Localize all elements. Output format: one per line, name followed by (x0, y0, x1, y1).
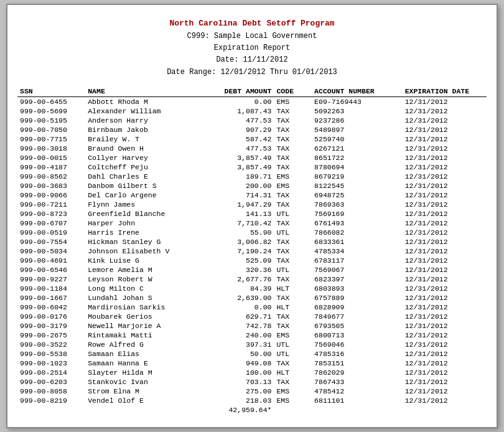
table-header-row: SSN NAME DEBT AMOUNT CODE ACCOUNT NUMBER… (17, 86, 487, 97)
col-header-name: NAME (85, 86, 206, 97)
table-row: 999-00-8562Dahl Charles E189.71EMS867921… (17, 172, 487, 181)
report-header: North Carolina Debt Setoff Program C999:… (17, 17, 487, 78)
table-row: 999-00-6203Stankovic Ivan703.13TAX786743… (17, 377, 487, 387)
table-row: 999-00-2675Rintamaki Matti240.00EMS68007… (17, 331, 487, 340)
table-row: 999-00-1184Long Milton C84.39HLT68038931… (17, 284, 487, 293)
report-date: Date: 11/11/2012 (17, 54, 487, 66)
col-header-code: CODE (274, 86, 312, 97)
table-body: 999-00-6455Abbott Rhoda M0.00EMSE09-7169… (17, 96, 487, 415)
date-range: Date Range: 12/01/2012 Thru 01/01/2013 (17, 67, 487, 78)
table-row: 999-00-9066Del Carlo Argene714.31TAX6948… (17, 190, 487, 200)
table-row: 999-00-3018Braund Owen H477.53TAX6267121… (17, 144, 487, 153)
table-row: 999-00-7715Brailey W. T587.42TAX52597401… (17, 134, 487, 144)
table-row: 999-00-3179Newell Marjorie A742.78TAX679… (17, 321, 487, 331)
table-row: 999-00-6455Abbott Rhoda M0.00EMSE09-7169… (17, 96, 487, 106)
col-header-acct: ACCOUNT NUMBER (312, 86, 403, 97)
table-row: 999-00-6546Lemore Amelia M320.36UTL75690… (17, 265, 487, 275)
report-table: SSN NAME DEBT AMOUNT CODE ACCOUNT NUMBER… (17, 86, 487, 415)
table-row: 999-00-6042Mardirosian Sarkis0.00HLT6828… (17, 303, 487, 312)
table-row: 999-00-7050Birnbaum Jakob907.29TAX548989… (17, 125, 487, 134)
report-type: Expiration Report (17, 42, 487, 54)
table-row: 999-00-0176Moubarek Gerios629.71TAX78496… (17, 312, 487, 321)
table-row: 999-00-7211Flynn James1,947.29TAX7869363… (17, 200, 487, 209)
table-row: 999-00-7554Hickman Stanley G3,006.82TAX6… (17, 237, 487, 247)
table-row: 999-00-8058Strom Elna M275.00EMS47854121… (17, 387, 487, 396)
table-row: 999-00-3683Danbom Gilbert S200.00EMS8122… (17, 181, 487, 190)
col-header-ssn: SSN (17, 86, 85, 97)
col-header-exp: EXPIRATION DATE (403, 86, 487, 97)
table-row: 999-00-4691Kink Luise G525.09TAX67831171… (17, 256, 487, 265)
table-row: 999-00-2514Slayter Hilda M100.00HLT78620… (17, 368, 487, 377)
table-row: 999-00-4187Coltcheff Peju3,857.49TAX8780… (17, 162, 487, 172)
program-title: North Carolina Debt Setoff Program (17, 17, 487, 31)
total-row: 42,959.64* (17, 405, 487, 415)
report-page: North Carolina Debt Setoff Program C999:… (6, 4, 498, 428)
table-row: 999-00-3522Rowe Alfred G397.31UTL7569046… (17, 340, 487, 349)
table-row: 999-00-9227Leyson Robert W2,677.76TAX682… (17, 275, 487, 284)
table-row: 999-00-5195Anderson Harry477.53TAX923728… (17, 116, 487, 125)
table-row: 999-00-6707Harper John7,710.42TAX6761493… (17, 218, 487, 228)
table-row: 999-00-8219Vendel Olof E218.03EMS6811101… (17, 396, 487, 405)
org-line: C999: Sample Local Government (17, 31, 487, 42)
table-row: 999-00-8723Greenfield Blanche141.13UTL75… (17, 209, 487, 218)
table-row: 999-00-5699Alexander William1,087.43TAX5… (17, 106, 487, 116)
table-row: 999-00-5034Johnson Elisabeth V7,190.24TA… (17, 247, 487, 256)
table-row: 999-00-1667Lundahl Johan S2,639.00TAX675… (17, 293, 487, 303)
table-row: 999-00-5538Samaan Elias50.00UTL478531612… (17, 349, 487, 359)
grand-total: 42,959.64* (206, 405, 274, 415)
col-header-debt: DEBT AMOUNT (206, 86, 274, 97)
table-row: 999-00-1023Samaan Hanna E949.08TAX785315… (17, 359, 487, 368)
table-row: 999-00-0015Collyer Harvey3,857.49TAX8651… (17, 153, 487, 162)
table-row: 999-00-0519Harris Irene55.90UTL786608212… (17, 228, 487, 237)
